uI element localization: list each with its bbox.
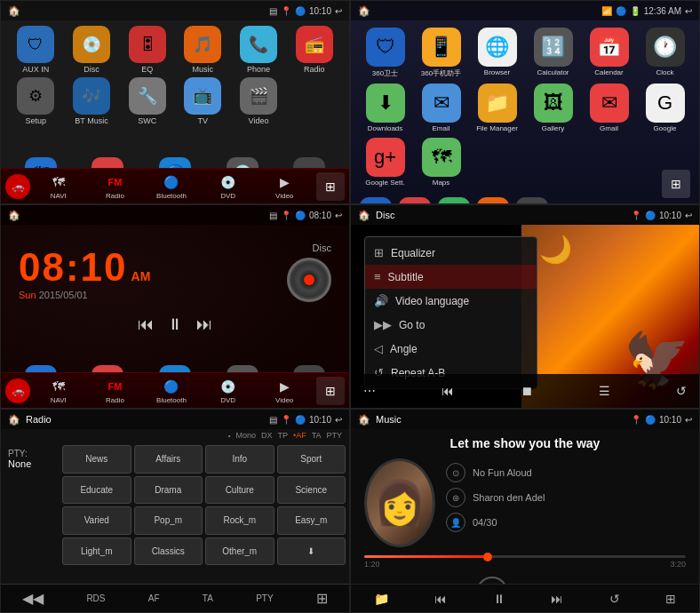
disc-menu-btn[interactable]: ⋯ (363, 384, 376, 398)
radio-genre-drama[interactable]: Drama (134, 476, 203, 505)
disc-bottom-controls: ⋯ ⏮ ⏹ ☰ ↺ (351, 374, 699, 408)
p3-nav-bluetooth[interactable]: 🔵Bluetooth (143, 378, 200, 404)
radio-genre-info[interactable]: Info (205, 445, 274, 474)
music-folder-icon[interactable]: 📁 (374, 592, 389, 606)
p3-nav-video[interactable]: ▶Video (256, 378, 313, 404)
android-app-gallery[interactable]: 🖼Gallery (528, 84, 578, 132)
radio-genre-popm[interactable]: Pop_m (134, 506, 203, 535)
android-app-360helper[interactable]: 📱360手机助手 (416, 28, 466, 78)
app-bt-music[interactable]: 🎶 BT Music (66, 77, 118, 125)
disc-list-btn[interactable]: ☰ (599, 384, 610, 398)
android-videoplayer-shortcut[interactable]: ▶ (516, 197, 548, 204)
android-app-maps[interactable]: 🗺Maps (416, 138, 466, 187)
android-fm-shortcut[interactable]: FM (399, 197, 431, 204)
p3-prev-btn[interactable]: ⏮ (138, 315, 154, 334)
indicator-mono: Mono (235, 431, 256, 440)
p3-grid-btn[interactable]: ⊞ (316, 377, 345, 405)
p3-next-btn[interactable]: ⏭ (196, 315, 212, 334)
radio-rds-btn[interactable]: RDS (86, 593, 105, 603)
disc-menu-angle[interactable]: ◁ Angle (365, 337, 537, 361)
artist-row: ⊙ No Fun Aloud (446, 463, 686, 482)
p3-nav-radio[interactable]: FMRadio (87, 378, 144, 404)
android-music-shortcut[interactable]: 🎵 (477, 197, 509, 204)
track-row: 👤 04/30 (446, 513, 686, 532)
android-app-google-settings[interactable]: g+Google Sett. (360, 138, 410, 187)
radio-genre-lightm[interactable]: Light_m (62, 537, 131, 566)
android-app-calculator[interactable]: 🔢Calculator (528, 28, 578, 78)
radio-genre-news[interactable]: News (62, 445, 131, 474)
app-eq[interactable]: 🎛 EQ (121, 26, 173, 74)
disc-menu-subtitle[interactable]: ≡ Subtitle (365, 265, 537, 289)
radio-ta-btn[interactable]: TA (203, 593, 213, 603)
radio-genre-varied[interactable]: Varied (62, 506, 131, 535)
radio-genre-easym[interactable]: Easy_m (277, 506, 346, 535)
p1-grid-btn[interactable]: ⊞ (316, 172, 345, 201)
music-nb-repeat[interactable]: ↺ (609, 592, 620, 606)
android-app-calendar[interactable]: 📅Calendar (584, 28, 634, 78)
android-app-email[interactable]: ✉Email (416, 84, 466, 132)
radio-scroll-left[interactable]: ◀◀ (22, 590, 44, 607)
radio-pty-btn[interactable]: PTY (256, 593, 273, 603)
radio-genre-rockm[interactable]: Rock_m (205, 506, 274, 535)
app-setup[interactable]: ⚙ Setup (10, 77, 62, 125)
music-nb-play[interactable]: ⏸ (493, 592, 505, 606)
app-disc[interactable]: 💿 Disc (66, 26, 118, 74)
music-nb-prev[interactable]: ⏮ (434, 592, 447, 606)
disc-stop-btn[interactable]: ⏹ (521, 384, 533, 398)
radio-genre-affairs[interactable]: Affairs (134, 445, 203, 474)
radio-genre-science[interactable]: Science (277, 476, 346, 505)
p3-back-icon: ↩ (335, 211, 342, 220)
progress-bar-bg[interactable] (364, 555, 686, 558)
music-nb-next[interactable]: ⏭ (551, 592, 563, 606)
nav-radio[interactable]: FMRadio (87, 173, 144, 200)
radio-genre-educate[interactable]: Educate (62, 476, 131, 505)
p2-grid-btn[interactable]: ⊞ (662, 170, 690, 198)
nav-navi[interactable]: 🗺NAVI (30, 173, 87, 200)
app-swc[interactable]: 🔧 SWC (121, 77, 173, 125)
disc-prev-btn[interactable]: ⏮ (441, 384, 454, 398)
nav-video[interactable]: ▶Video (256, 173, 313, 200)
p3-play-btn[interactable]: ⏸ (167, 315, 183, 334)
radio-genre-classics[interactable]: Classics (134, 537, 203, 566)
android-app-filemanager[interactable]: 📁File Manager (472, 84, 522, 132)
p3-location-icon: 📍 (281, 211, 291, 220)
android-app-gmail[interactable]: ✉Gmail (584, 84, 634, 132)
radio-genre-otherm[interactable]: Other_m (205, 537, 274, 566)
app-aux-in[interactable]: 🛡 AUX IN (10, 26, 62, 74)
p2-home-icon: 🏠 (358, 5, 370, 17)
app-radio[interactable]: 📻 Radio (288, 26, 340, 74)
android-app-browser[interactable]: 🌐Browser (472, 28, 522, 78)
android-launcher-panel: 🏠 📶 🔵 🔋 12:36 AM ↩ 🛡360卫士 📱360手机助手 🌐Brow… (350, 0, 700, 204)
android-app-google[interactable]: GGoogle (640, 84, 690, 132)
p1-car-btn[interactable]: 🚗 (5, 174, 30, 199)
nav-dvd[interactable]: 💿DVD (200, 173, 257, 200)
music-nb-eq[interactable]: ⊞ (665, 592, 676, 606)
app-phone[interactable]: 📞 Phone (233, 26, 285, 74)
disc-menu-goto[interactable]: ▶▶ Go to (365, 313, 537, 337)
disc-repeat-btn[interactable]: ↺ (676, 384, 687, 398)
p3-header: 🏠 ▤ 📍 🔵 08:10 ↩ (1, 205, 349, 225)
radio-af-btn[interactable]: AF (148, 593, 160, 603)
app-music[interactable]: 🎵 Music (177, 26, 229, 74)
music-progress: 1:20 3:20 (351, 552, 699, 572)
radio-genre-sport[interactable]: Sport (277, 445, 346, 474)
nav-bluetooth[interactable]: 🔵Bluetooth (143, 173, 200, 200)
android-app-downloads[interactable]: ⬇Downloads (360, 84, 410, 132)
radio-scroll-right[interactable]: ⊞ (316, 590, 328, 607)
android-phone-shortcut[interactable]: 📞 (438, 197, 470, 204)
android-app-360[interactable]: 🛡360卫士 (360, 28, 410, 78)
home-icon: 🏠 (8, 5, 20, 17)
p2-battery-icon: 🔋 (630, 6, 640, 16)
p3-nav-navi[interactable]: 🗺NAVI (30, 378, 87, 404)
android-app-clock[interactable]: 🕐Clock (640, 28, 690, 78)
disc-menu-panel: 🏠 Disc 📍 🔵 10:10 ↩ 🦅 🌙 ⊞ Equalizer ≡ Sub… (350, 204, 700, 409)
app-video[interactable]: 🎬 Video (233, 77, 285, 125)
p3-car-btn[interactable]: 🚗 (5, 378, 30, 403)
app-tv[interactable]: 📺 TV (177, 77, 229, 125)
p3-nav-dvd[interactable]: 💿DVD (200, 378, 257, 404)
radio-scroll-down[interactable]: ⬇ (277, 537, 346, 566)
android-navi-shortcut[interactable]: 🗺 (360, 197, 392, 204)
radio-genre-culture[interactable]: Culture (205, 476, 274, 505)
disc-menu-video-language[interactable]: 🔊 Video language (365, 289, 537, 313)
disc-menu-equalizer[interactable]: ⊞ Equalizer (365, 241, 537, 265)
